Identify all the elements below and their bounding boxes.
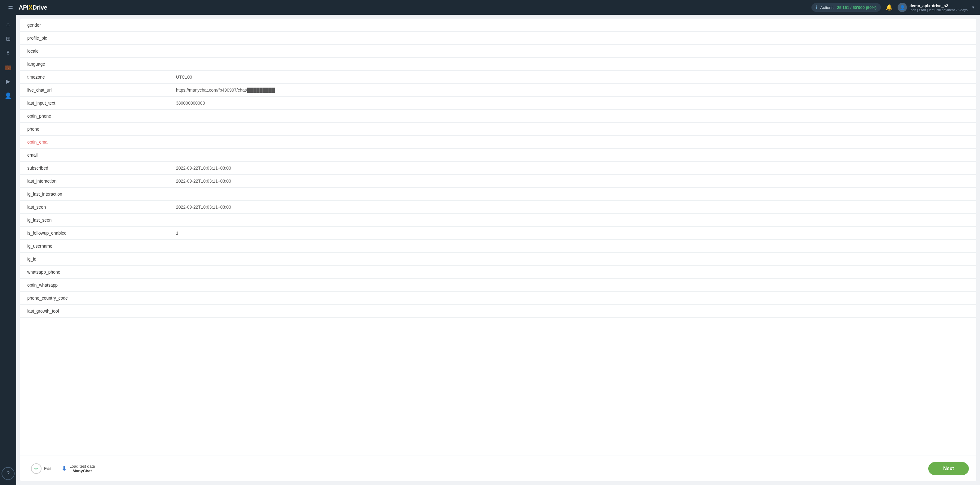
table-row: last_seen2022-09-22T10:03:11+03:00 [20, 201, 976, 214]
actions-count: 25'151 / 50'000 (50%) [837, 5, 877, 10]
table-row: email [20, 149, 976, 162]
table-cell-value [169, 295, 976, 301]
logo-drive: Drive [33, 4, 48, 11]
actions-badge[interactable]: ℹ Actions: 25'151 / 50'000 (50%) [811, 3, 881, 12]
table-cell-value: 1 [169, 228, 976, 239]
table-cell-key: live_chat_url [20, 84, 169, 96]
table-row: ig_id [20, 252, 976, 266]
sidebar-item-help[interactable]: ? [2, 467, 14, 480]
main-container: genderprofile_piclocalelanguagetimezoneU… [16, 15, 980, 485]
table-cell-value: 2022-09-22T10:03:11+03:00 [169, 201, 976, 212]
table-cell-value [169, 61, 976, 67]
table-cell-key: timezone [20, 71, 169, 82]
load-test-data-button[interactable]: ⬇ Load test data ManyChat [57, 461, 99, 476]
table-row: profile_pic [20, 32, 976, 44]
table-cell-value: 380000000000 [169, 98, 976, 109]
table-cell-value: 2022-09-22T10:03:11+03:00 [169, 176, 976, 187]
sidebar-item-billing[interactable]: $ [2, 46, 14, 59]
sidebar-item-account[interactable]: 👤 [2, 89, 14, 102]
user-name: demo_apix-drive_s2 [909, 3, 967, 8]
table-cell-key: locale [20, 46, 169, 57]
table-row: optin_email [20, 136, 976, 149]
table-row: last_interaction2022-09-22T10:03:11+03:0… [20, 174, 976, 187]
bell-icon[interactable]: 🔔 [886, 4, 892, 11]
sidebar-item-home[interactable]: ⌂ [2, 18, 14, 31]
table-cell-key: ig_id [20, 254, 169, 265]
avatar: 👤 [897, 3, 907, 12]
table-cell-key: last_interaction [20, 176, 169, 187]
table-row: ig_last_interaction [20, 187, 976, 201]
table-row: ig_username [20, 239, 976, 252]
table-cell-value [169, 282, 976, 288]
logo-api: API [19, 4, 29, 11]
logo-text: APIXDrive [19, 4, 47, 11]
table-row: timezoneUTC±00 [20, 71, 976, 84]
table-cell-value [169, 152, 976, 158]
table-cell-key: email [20, 149, 169, 161]
bottom-bar: ✏ Edit ⬇ Load test data ManyChat Next [20, 456, 976, 481]
download-icon: ⬇ [61, 464, 67, 472]
table-cell-key: phone [20, 124, 169, 135]
table-row: locale [20, 44, 976, 57]
table-cell-key: subscribed [20, 163, 169, 174]
table-cell-value [169, 22, 976, 28]
table-row: whatsapp_phone [20, 266, 976, 279]
table-cell-value [169, 217, 976, 223]
table-cell-key: gender [20, 19, 169, 31]
next-button[interactable]: Next [928, 462, 969, 475]
table-row: gender [20, 19, 976, 32]
table-cell-value [169, 126, 976, 132]
logo-x: X [29, 4, 33, 11]
sidebar-item-dashboard[interactable]: ⊞ [2, 32, 14, 45]
table-cell-key: profile_pic [20, 33, 169, 44]
table-cell-key: ig_last_seen [20, 214, 169, 226]
table-cell-value: 2022-09-22T10:03:11+03:00 [169, 163, 976, 174]
edit-button[interactable]: ✏ Edit [27, 461, 55, 476]
table-cell-key: language [20, 59, 169, 70]
table-cell-value [169, 113, 976, 119]
edit-label: Edit [44, 466, 51, 471]
table-cell-value [169, 191, 976, 197]
table-cell-key: whatsapp_phone [20, 266, 169, 277]
table-cell-key: optin_phone [20, 111, 169, 122]
table-cell-key: last_growth_tool [20, 306, 169, 317]
info-icon: ℹ [816, 5, 818, 10]
hamburger-icon[interactable]: ☰ [5, 0, 16, 13]
content-area: genderprofile_piclocalelanguagetimezoneU… [16, 15, 980, 485]
table-cell-key: is_followup_enabled [20, 228, 169, 239]
logo: APIXDrive [19, 4, 47, 11]
table-cell-value [169, 139, 976, 145]
table-row: is_followup_enabled1 [20, 227, 976, 239]
table-row: last_input_text380000000000 [20, 97, 976, 109]
user-menu[interactable]: 👤 demo_apix-drive_s2 Plan | Start | left… [897, 3, 975, 12]
table-cell-key: last_input_text [20, 98, 169, 109]
sidebar: ⌂ ⊞ $ 💼 ▶ 👤 ? [0, 15, 16, 485]
chevron-down-icon: ▼ [971, 5, 975, 10]
table-cell-key: last_seen [20, 201, 169, 212]
table-cell-value [169, 308, 976, 314]
table-cell-value [169, 243, 976, 249]
table-row: language [20, 57, 976, 71]
table-row: phone [20, 122, 976, 136]
table-cell-key: ig_last_interaction [20, 189, 169, 200]
table-cell-value [169, 48, 976, 54]
table-cell-value: https://manychat.com/fb490997/chat/█████… [169, 84, 976, 96]
table-row: phone_country_code [20, 292, 976, 304]
table-cell-value [169, 269, 976, 275]
actions-label: Actions: [820, 5, 834, 10]
user-plan: Plan | Start | left until payment 28 day… [909, 8, 967, 12]
edit-icon: ✏ [31, 463, 41, 474]
table-cell-key: optin_whatsapp [20, 279, 169, 291]
table-cell-value [169, 35, 976, 41]
sidebar-item-projects[interactable]: 💼 [2, 61, 14, 74]
data-table: genderprofile_piclocalelanguagetimezoneU… [20, 19, 976, 456]
topbar: ☰ APIXDrive ℹ Actions: 25'151 / 50'000 (… [0, 0, 980, 15]
load-label: Load test data ManyChat [69, 464, 95, 473]
table-cell-value: UTC±00 [169, 71, 976, 82]
table-cell-key: optin_email [20, 136, 169, 147]
table-cell-key: ig_username [20, 241, 169, 252]
table-row: ig_last_seen [20, 214, 976, 227]
sidebar-item-media[interactable]: ▶ [2, 75, 14, 88]
table-row: live_chat_urlhttps://manychat.com/fb4909… [20, 84, 976, 97]
table-row: optin_whatsapp [20, 279, 976, 292]
